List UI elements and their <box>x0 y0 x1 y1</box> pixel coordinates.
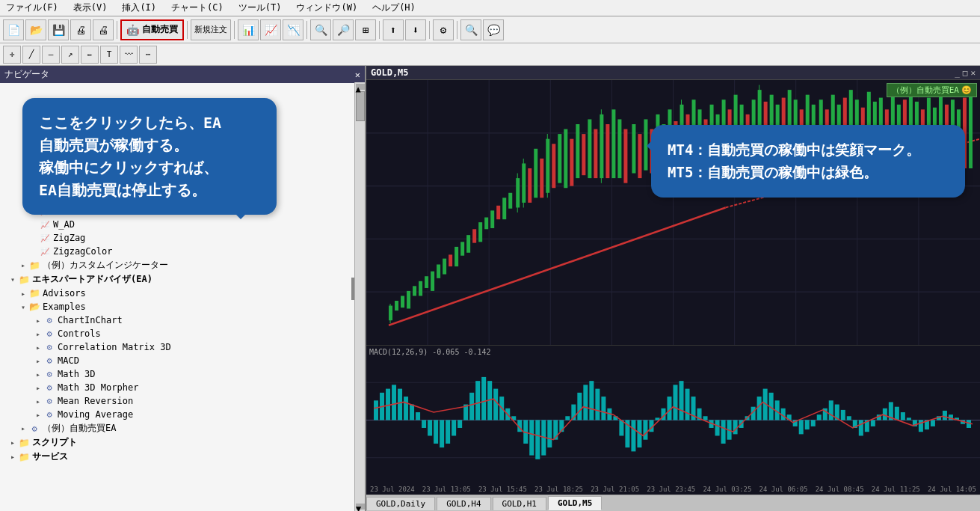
toolbar2: ✛ ╱ — ↗ ✏ T 〰 ⋯ <box>0 43 980 66</box>
scrollbar-thumb[interactable] <box>356 91 365 121</box>
bar-chart-btn[interactable]: 📈 <box>260 19 281 40</box>
svg-rect-34 <box>490 210 494 228</box>
menu-file[interactable]: ファイル(F) <box>3 1 61 15</box>
expand-chartinchart[interactable]: ▸ <box>33 316 43 325</box>
tab-gold-h4[interactable]: GOLD,H4 <box>437 497 490 510</box>
wave-btn[interactable]: 〰 <box>120 46 138 64</box>
chart-minimize-btn[interactable]: _ <box>955 68 960 78</box>
menu-window[interactable]: ウィンドウ(W) <box>293 1 360 15</box>
expand-scripts[interactable]: ▸ <box>7 438 18 447</box>
expand-math3d[interactable]: ▸ <box>33 370 43 379</box>
period-btn2[interactable]: ⬇ <box>405 19 426 40</box>
expand-correlation[interactable]: ▸ <box>33 343 43 352</box>
tree-item-advisors[interactable]: ▸ 📁 Advisors <box>1 287 354 300</box>
dash-btn[interactable]: — <box>42 46 60 64</box>
icon-macd-ea: ⚙ <box>43 355 55 367</box>
print-btn[interactable]: 🖨 <box>70 19 91 40</box>
text-btn[interactable]: T <box>100 46 118 64</box>
tree-item-scripts[interactable]: ▸ 📁 スクリプト <box>1 435 354 450</box>
tree-item-macd-ea[interactable]: ▸ ⚙ MACD <box>1 354 354 367</box>
expand-examples[interactable]: ▾ <box>18 303 28 311</box>
open-btn[interactable]: 📂 <box>25 19 46 40</box>
new-chart-btn[interactable]: 📄 <box>3 19 24 40</box>
save-btn[interactable]: 💾 <box>48 19 69 40</box>
expand-auto-trade-ea[interactable]: ▸ <box>18 424 28 432</box>
xaxis-label-3: 23 Jul 18:25 <box>534 486 583 493</box>
print2-btn[interactable]: 🖨 <box>93 19 114 40</box>
indicator-btn[interactable]: ⚙ <box>433 19 454 40</box>
svg-rect-175 <box>674 385 678 420</box>
chart-type-btn[interactable]: 📊 <box>238 19 259 40</box>
tab-gold-h1[interactable]: GOLD,H1 <box>493 497 546 510</box>
crosshair-btn[interactable]: ✛ <box>3 46 21 64</box>
tree-item-zigzag[interactable]: 📈 ZigZag <box>1 231 354 245</box>
tree-item-services[interactable]: ▸ 📁 サービス <box>1 450 354 464</box>
scrollbar-up-arrow[interactable]: ▲ <box>356 84 365 90</box>
sep1 <box>117 21 117 39</box>
search-btn[interactable]: 🔍 <box>460 19 481 40</box>
chart-area: GOLD,M5 _ □ ✕ （例）自動売買EA 😊 MT4：自動売買の稼働中は笑… <box>366 66 980 511</box>
expand-controls[interactable]: ▸ <box>33 330 43 338</box>
navigator-scrollbar[interactable]: ▲ ▼ <box>354 82 365 511</box>
arrow-btn[interactable]: ↗ <box>61 46 79 64</box>
macd-chart: MACD(12,26,9) -0.065 -0.142 <box>366 345 980 495</box>
expand-math3dmorpher[interactable]: ▸ <box>33 384 43 392</box>
expand-meanreversion[interactable]: ▸ <box>33 397 43 406</box>
tree-item-math3dmorpher[interactable]: ▸ ⚙ Math 3D Morpher <box>1 381 354 394</box>
new-order-btn[interactable]: 新規注文 <box>191 19 231 40</box>
tree-item-chartinchart[interactable]: ▸ ⚙ ChartInChart <box>1 313 354 327</box>
zoom-in-btn[interactable]: 🔍 <box>310 19 331 40</box>
menu-chart[interactable]: チャート(C) <box>168 1 226 15</box>
svg-rect-59 <box>617 119 621 178</box>
expand-movingaverage[interactable]: ▸ <box>33 411 43 419</box>
menu-help[interactable]: ヘルプ(H) <box>369 1 419 15</box>
tree-item-controls[interactable]: ▸ ⚙ Controls <box>1 327 354 340</box>
menu-view[interactable]: 表示(V) <box>70 1 111 15</box>
tree-item-movingaverage[interactable]: ▸ ⚙ Moving Average <box>1 408 354 421</box>
navigator-resize-handle[interactable] <box>351 278 354 300</box>
line-btn[interactable]: ╱ <box>22 46 40 64</box>
chart-maximize-btn[interactable]: □ <box>963 68 968 78</box>
tree-item-expert-advisor[interactable]: ▾ 📁 エキスパートアドバイザ(EA) <box>1 272 354 287</box>
tree-item-correlation[interactable]: ▸ ⚙ Correlation Matrix 3D <box>1 340 354 354</box>
label-zigzag: ZigZag <box>53 233 85 243</box>
expand-macd-ea[interactable]: ▸ <box>33 357 43 365</box>
svg-rect-182 <box>715 420 720 436</box>
tab-gold-m5[interactable]: GOLD,M5 <box>548 496 602 510</box>
main-container: ナビゲータ ✕ ここをクリックしたら、EA 自動売買が稼働する。 稼働中にクリッ… <box>0 66 980 511</box>
more-btn[interactable]: ⋯ <box>139 46 157 64</box>
tree-item-wad[interactable]: 📈 W_AD <box>1 218 354 231</box>
navigator-body: ここをクリックしたら、EA 自動売買が稼働する。 稼働中にクリックすれば、 EA… <box>0 83 365 511</box>
expand-ea-root[interactable]: ▾ <box>7 275 18 284</box>
tree-item-meanreversion[interactable]: ▸ ⚙ Mean Reversion <box>1 394 354 408</box>
period-btn1[interactable]: ⬆ <box>383 19 404 40</box>
expand-custom[interactable]: ▸ <box>18 261 28 269</box>
tree-item-custom-indicator[interactable]: ▸ 📁 （例）カスタムインジケーター <box>1 258 354 272</box>
menu-tools[interactable]: ツール(T) <box>235 1 285 15</box>
chart-close-btn[interactable]: ✕ <box>970 68 976 78</box>
svg-rect-32 <box>478 222 482 242</box>
tree-item-examples[interactable]: ▾ 📂 Examples <box>1 300 354 313</box>
navigator-close-btn[interactable]: ✕ <box>355 70 360 80</box>
sep7 <box>457 21 457 39</box>
label-chartinchart: ChartInChart <box>58 315 123 325</box>
expand-advisors[interactable]: ▸ <box>18 290 28 298</box>
svg-rect-30 <box>466 235 470 253</box>
tab-gold-daily[interactable]: GOLD,Daily <box>366 497 435 510</box>
tree-item-zigzagcolor[interactable]: 📈 ZigzagColor <box>1 245 354 258</box>
zoom-out-btn[interactable]: 🔎 <box>333 19 354 40</box>
xaxis-label-9: 24 Jul 11:25 <box>872 486 920 493</box>
menu-insert[interactable]: 挿入(I) <box>119 1 159 15</box>
pen-btn[interactable]: ✏ <box>81 46 99 64</box>
auto-trade-button[interactable]: 🤖 自動売買 <box>120 19 184 40</box>
tree-item-auto-trade-ea[interactable]: ▸ ⚙ （例）自動売買EA <box>1 421 354 435</box>
expand-services[interactable]: ▸ <box>7 453 18 461</box>
tooltip-line1: ここをクリックしたら、EA <box>39 111 260 134</box>
line-chart-btn[interactable]: 📉 <box>283 19 303 40</box>
tree-item-math3d[interactable]: ▸ ⚙ Math 3D <box>1 367 354 381</box>
chat-btn[interactable]: 💬 <box>483 19 504 40</box>
scrollbar-down-arrow[interactable]: ▼ <box>356 504 365 510</box>
svg-rect-196 <box>799 420 804 435</box>
grid-btn[interactable]: ⊞ <box>355 19 376 40</box>
tooltip-right-line2: MT5：自動売買の稼働中は緑色。 <box>668 161 949 183</box>
